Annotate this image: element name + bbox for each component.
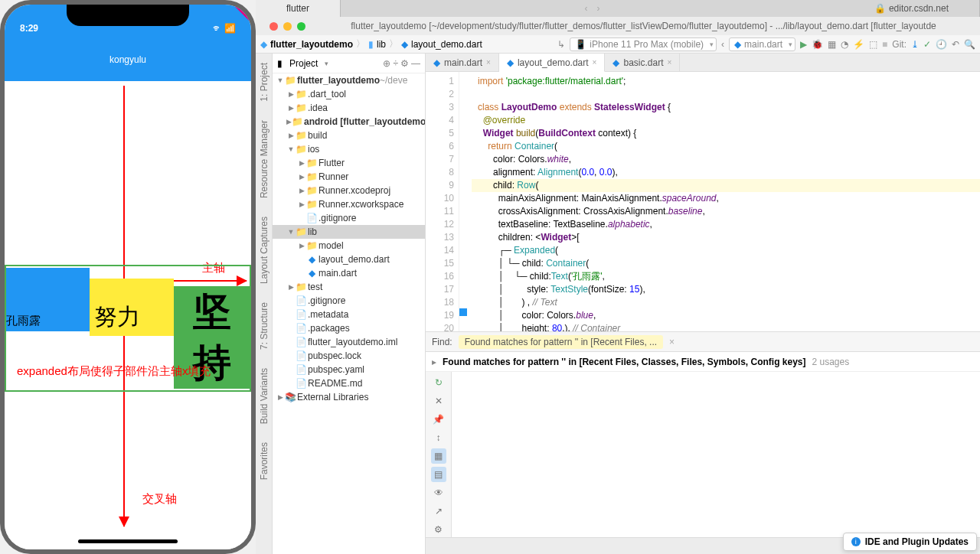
project-tree[interactable]: ▼📁flutter_layoutdemo ~/deve▶📁.dart_tool▶… [273, 73, 425, 554]
tree-row[interactable]: 📄README.md [273, 376, 425, 390]
tree-row[interactable]: 📄.gitignore [273, 211, 425, 225]
run-config-selector[interactable]: ◆ main.dart [729, 37, 795, 51]
minimize-window-button[interactable] [283, 22, 292, 31]
git-label: Git: [892, 39, 906, 50]
rerun-icon[interactable]: ↻ [431, 375, 446, 390]
file-icon: 📄 [296, 337, 306, 347]
close-icon[interactable]: × [593, 58, 597, 67]
structure-tool-button[interactable]: 7: Structure [259, 302, 270, 350]
tree-row[interactable]: ▶📁build [273, 129, 425, 142]
pin-icon[interactable]: 📌 [431, 412, 446, 427]
tree-row[interactable]: 📄pubspec.yaml [273, 363, 425, 376]
project-view-selector[interactable]: Project [285, 57, 332, 70]
tree-row[interactable]: ▶📁Runner [273, 170, 425, 184]
breadcrumb[interactable]: layout_demo.dart [411, 39, 482, 50]
tree-row[interactable]: ▶📁test [273, 280, 425, 294]
ide-window: flutter ‹ › 🔒 editor.csdn.net flutter_la… [256, 0, 980, 554]
debug-button[interactable]: 🐞 [812, 39, 823, 50]
tree-row[interactable]: 📄flutter_layoutdemo.iml [273, 335, 425, 349]
close-window-button[interactable] [270, 22, 278, 31]
hide-icon[interactable]: — [411, 58, 420, 69]
tree-row[interactable]: ▶📁Runner.xcodeproj [273, 184, 425, 197]
tree-row[interactable]: ▶📁model [273, 239, 425, 253]
tree-row[interactable]: 📄.packages [273, 321, 425, 335]
project-tool-button[interactable]: 1: Project [259, 63, 270, 102]
chevron-left-icon[interactable]: ‹ [580, 3, 592, 14]
macos-tab-nav[interactable]: ‹ › [341, 0, 844, 17]
gear-icon[interactable]: ⊕ [383, 58, 390, 69]
tree-row[interactable]: ▼📁flutter_layoutdemo ~/deve [273, 73, 425, 87]
gear-icon[interactable]: ⚙ [400, 58, 409, 69]
resource-manager-tool-button[interactable]: Resource Manager [259, 120, 270, 198]
tree-row[interactable]: ▼📁lib [273, 225, 425, 239]
editor-tab[interactable]: ◆main.dart× [426, 54, 499, 71]
tree-row[interactable]: ▶📚External Libraries [273, 390, 425, 404]
group-icon[interactable]: ▦ [431, 448, 446, 464]
chevron-right-icon[interactable]: › [592, 3, 604, 14]
signal-icon: ᯤ 📶 [213, 23, 236, 34]
update-popup-text: IDE and Plugin Updates [865, 536, 969, 547]
color-swatch-icon [459, 308, 467, 316]
editor-tabs: ◆main.dart×◆layout_demo.dart×◆basic.dart… [426, 54, 980, 72]
code-editor[interactable]: import 'package:flutter/material.dart'; … [472, 72, 980, 331]
favorites-tool-button[interactable]: Favorites [259, 442, 270, 480]
file-icon: 📁 [306, 185, 317, 196]
expand-icon[interactable]: ↕ [431, 430, 446, 445]
breadcrumb-bar: ◆ flutter_layoutdemo 〉 ▮ lib 〉 ◆ layout_… [256, 35, 980, 54]
file-icon: 📁 [306, 158, 317, 168]
device-selector[interactable]: 📱 iPhone 11 Pro Max (mobile) [570, 37, 717, 51]
tool-window-left-rail: 1: Project Resource Manager Layout Captu… [256, 54, 273, 554]
window-title: flutter_layoutdemo [~/development/study/… [351, 21, 936, 31]
git-history-button[interactable]: 🕘 [936, 39, 947, 50]
breadcrumb[interactable]: lib [377, 39, 386, 50]
close-icon[interactable]: × [669, 337, 675, 347]
tree-row[interactable]: ▶📁.idea [273, 101, 425, 115]
dart-file-icon: ◆ [507, 57, 514, 68]
git-revert-button[interactable]: ↶ [952, 39, 959, 50]
filter-icon[interactable]: ▤ [431, 467, 446, 482]
tree-row[interactable]: ▶📁.dart_tool [273, 87, 425, 101]
settings-icon[interactable]: ⚙ [431, 522, 446, 537]
editor-tab[interactable]: ◆layout_demo.dart× [499, 54, 606, 72]
close-icon[interactable]: ✕ [431, 393, 446, 409]
folder-icon: ▮ [277, 58, 283, 69]
ide-updates-popup[interactable]: i IDE and Plugin Updates [843, 533, 977, 551]
profile-button[interactable]: ◔ [841, 39, 848, 50]
tree-row[interactable]: 📄.metadata [273, 308, 425, 321]
stop-button[interactable]: ■ [882, 39, 887, 50]
tree-row[interactable]: ▼📁ios [273, 142, 425, 156]
collapse-icon[interactable]: ÷ [393, 58, 398, 69]
macos-tab[interactable]: flutter [256, 0, 341, 17]
git-commit-button[interactable]: ✓ [923, 39, 931, 50]
run-button[interactable]: ▶ [800, 39, 807, 50]
tree-row[interactable]: 📄pubspec.lock [273, 349, 425, 363]
editor-tab[interactable]: ◆basic.dart× [605, 54, 680, 71]
folder-icon: ▮ [368, 39, 374, 50]
export-icon[interactable]: ↗ [431, 503, 446, 519]
home-indicator [78, 539, 178, 543]
tree-row[interactable]: ◆main.dart [273, 266, 425, 280]
attach-button[interactable]: ⬚ [869, 39, 877, 50]
add-config-button[interactable]: ↳ [557, 39, 565, 50]
ios-simulator: 8:29 ᯤ 📶 kongyulu 主轴 孔雨露 努力 坚持 expanded布… [0, 0, 256, 554]
maximize-window-button[interactable] [297, 22, 305, 31]
tree-row[interactable]: ▶📁Flutter [273, 156, 425, 170]
tree-row[interactable]: 📄.gitignore [273, 294, 425, 308]
git-update-button[interactable]: ⤓ [911, 39, 919, 50]
layout-captures-tool-button[interactable]: Layout Captures [259, 217, 270, 284]
build-variants-tool-button[interactable]: Build Variants [259, 368, 270, 424]
coverage-button[interactable]: ▦ [828, 39, 836, 50]
tree-row[interactable]: ▶📁android [flutter_layoutdemo_android] [273, 115, 425, 129]
chevron-left-icon[interactable]: ‹ [721, 39, 724, 50]
close-icon[interactable]: × [667, 58, 671, 67]
chevron-right-icon[interactable]: ▸ [432, 357, 436, 367]
breadcrumb[interactable]: flutter_layoutdemo [270, 39, 353, 50]
preview-icon[interactable]: 👁 [431, 485, 446, 500]
search-icon[interactable]: 🔍 [964, 39, 975, 50]
macos-tab[interactable]: 🔒 editor.csdn.net [844, 0, 980, 17]
close-icon[interactable]: × [486, 58, 491, 67]
tree-row[interactable]: ▶📁Runner.xcworkspace [273, 197, 425, 211]
hot-reload-button[interactable]: ⚡ [853, 39, 864, 50]
find-summary-tab[interactable]: Found matches for pattern '' in [Recent … [459, 335, 663, 349]
tree-row[interactable]: ◆layout_demo.dart [273, 253, 425, 266]
